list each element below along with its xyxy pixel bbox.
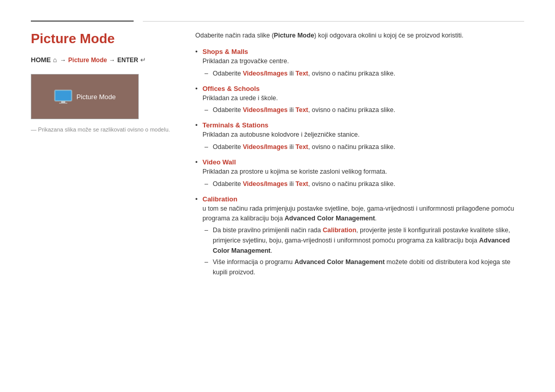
- section-desc-calibration: u tom se načinu rada primjenjuju postavk…: [202, 204, 524, 223]
- section-desc-terminals: Prikladan za autobusne kolodvore i želje…: [202, 130, 524, 140]
- section-desc-videowall: Prikladan za prostore u kojima se korist…: [202, 167, 524, 177]
- breadcrumb-enter: ENTER: [117, 57, 138, 64]
- list-item: Offices & Schools Prikladan za urede i š…: [195, 85, 524, 116]
- sub-item: Odaberite Videos/Images ili Text, ovisno…: [202, 142, 524, 152]
- preview-label: Picture Mode: [77, 93, 116, 101]
- section-title-terminals: Terminals & Stations: [202, 121, 524, 129]
- svg-rect-3: [59, 103, 67, 104]
- sub-list-videowall: Odaberite Videos/Images ili Text, ovisno…: [202, 179, 524, 189]
- sections-list: Shops & Malls Prikladan za trgovačke cen…: [195, 48, 524, 278]
- enter-icon: ↵: [140, 56, 146, 64]
- sub-list-calibration: Da biste pravilno primijenili način rada…: [202, 225, 524, 277]
- section-title-shops: Shops & Malls: [202, 48, 524, 55]
- breadcrumb-arrow1: →: [60, 57, 66, 64]
- section-desc-shops: Prikladan za trgovačke centre.: [202, 57, 524, 66]
- list-item: Terminals & Stations Prikladan za autobu…: [195, 121, 524, 152]
- sub-item: Odaberite Videos/Images ili Text, ovisno…: [202, 68, 524, 79]
- sub-item: Odaberite Videos/Images ili Text, ovisno…: [202, 179, 524, 189]
- sub-item: Odaberite Videos/Images ili Text, ovisno…: [202, 105, 524, 115]
- section-title-calibration: Calibration: [202, 195, 524, 203]
- svg-rect-2: [61, 101, 65, 103]
- sub-item: Da biste pravilno primijenili način rada…: [202, 225, 524, 256]
- home-label: HOME: [31, 56, 51, 64]
- list-item: Shops & Malls Prikladan za trgovačke cen…: [195, 48, 524, 79]
- sub-item: Više informacija o programu Advanced Col…: [202, 257, 524, 277]
- section-title-videowall: Video Wall: [202, 158, 524, 166]
- home-icon: ⌂: [53, 56, 57, 64]
- svg-rect-1: [55, 91, 71, 100]
- sub-list-terminals: Odaberite Videos/Images ili Text, ovisno…: [202, 142, 524, 152]
- list-item: Calibration u tom se načinu rada primjen…: [195, 195, 524, 278]
- list-item: Video Wall Prikladan za prostore u kojim…: [195, 158, 524, 189]
- breadcrumb-link1: Picture Mode: [68, 57, 107, 64]
- section-desc-offices: Prikladan za urede i škole.: [202, 94, 524, 103]
- page-title: Picture Mode: [31, 31, 175, 47]
- section-title-offices: Offices & Schools: [202, 85, 524, 92]
- sub-list-offices: Odaberite Videos/Images ili Text, ovisno…: [202, 105, 524, 115]
- preview-note: — Prikazana slika može se razlikovati ov…: [31, 126, 175, 133]
- intro-text: Odaberite način rada slike (Picture Mode…: [195, 31, 524, 41]
- breadcrumb-arrow2: →: [109, 57, 115, 64]
- sub-list-shops: Odaberite Videos/Images ili Text, ovisno…: [202, 68, 524, 79]
- preview-box: Picture Mode: [31, 74, 139, 119]
- monitor-icon: [54, 89, 72, 104]
- breadcrumb: HOME ⌂ → Picture Mode → ENTER ↵: [31, 56, 175, 64]
